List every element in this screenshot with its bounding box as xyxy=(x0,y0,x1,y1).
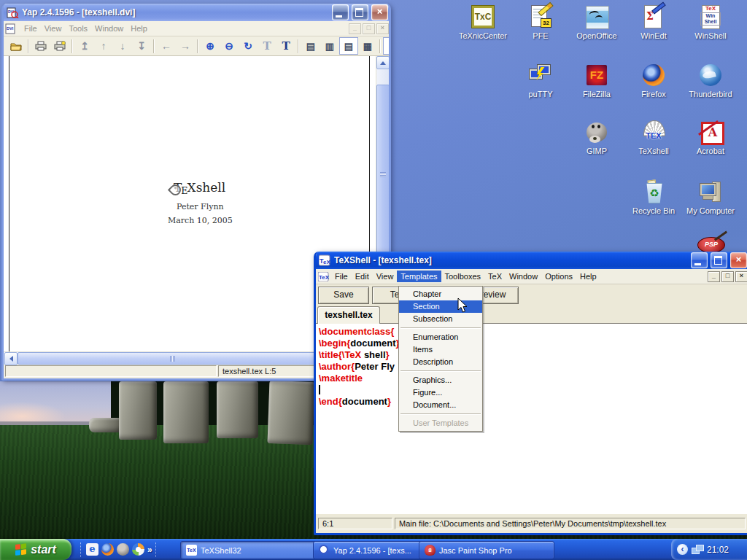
menu-templates[interactable]: Templates xyxy=(397,271,441,282)
desktop-icon-gimp[interactable]: GIMP xyxy=(568,120,626,155)
menu-file[interactable]: File xyxy=(331,271,352,282)
filezilla-icon: FZ xyxy=(584,63,609,88)
menu-item-description[interactable]: Description xyxy=(399,356,482,368)
network-status-icon[interactable] xyxy=(692,545,703,554)
texshell-close-button[interactable]: × xyxy=(730,252,747,268)
recycle-bin-icon: ♻ xyxy=(641,179,666,204)
desktop-icon-my-computer[interactable]: My Computer xyxy=(681,179,740,215)
yap-menu-tools[interactable]: Tools xyxy=(65,23,91,34)
vertical-scroll-thumb[interactable] xyxy=(376,85,389,260)
back-button[interactable]: ← xyxy=(157,37,176,55)
desktop-icon-pfe[interactable]: 32 PFE xyxy=(511,4,570,40)
zoom-in-button[interactable]: ⊕ xyxy=(201,37,220,55)
horizontal-scroll-thumb[interactable] xyxy=(18,352,322,365)
taskbar: start e » TeX TeXShell32 Yap 2.4.1596 - … xyxy=(0,539,747,560)
desktop-icon-winshell[interactable]: TeX Win Shell WinShell xyxy=(681,4,740,40)
texshell-titlebar[interactable]: T eX TeXShell - [texshell.tex] × xyxy=(314,252,747,269)
texshell-mdi-close-button[interactable]: × xyxy=(735,271,747,282)
internet-explorer-icon[interactable]: e xyxy=(86,543,98,556)
taskbar-button-paint-shop-pro[interactable]: 8 Jasc Paint Shop Pro xyxy=(419,541,554,559)
text-outline-mode-button[interactable]: T xyxy=(258,37,276,55)
desktop-icon-texniccenter[interactable]: TxC TeXnicCenter xyxy=(454,4,512,40)
menu-help[interactable]: Help xyxy=(576,271,600,282)
taskbar-button-texshell32[interactable]: TeX TeXShell32 xyxy=(180,541,322,559)
previous-page-button[interactable]: ↑ xyxy=(94,37,113,55)
desktop-icon-paint-shop-pro[interactable]: PSP xyxy=(697,237,725,253)
texshell-minimize-button[interactable] xyxy=(691,252,708,268)
continuous-view-button[interactable]: ▤ xyxy=(339,37,358,55)
continuous-double-view-button[interactable]: ▦ xyxy=(358,37,377,55)
gimp-quicklaunch-icon[interactable] xyxy=(117,543,129,556)
menu-item-subsection[interactable]: Subsection xyxy=(399,313,482,325)
yap-minimize-button[interactable] xyxy=(332,4,349,20)
open-file-button[interactable] xyxy=(7,37,26,55)
save-button[interactable]: Save xyxy=(318,287,369,304)
desktop-icon-recycle-bin[interactable]: ♻ Recycle Bin xyxy=(624,179,683,215)
cursor-position-status: 6:1 xyxy=(318,518,392,529)
texshell-maximize-button[interactable] xyxy=(711,252,727,268)
menu-options[interactable]: Options xyxy=(541,271,576,282)
start-button[interactable]: start xyxy=(0,539,71,560)
texshell-mdi-minimize-button[interactable]: _ xyxy=(708,271,720,282)
menu-item-items[interactable]: Items xyxy=(399,343,482,356)
menu-item-figure[interactable]: Figure... xyxy=(399,386,482,399)
taskbar-button-yap[interactable]: Yap 2.4.1596 - [texs... xyxy=(313,541,427,559)
firefox-quicklaunch-icon[interactable] xyxy=(101,543,114,556)
taskbar-clock[interactable]: 21:02 xyxy=(707,545,729,555)
yap-mdi-close-button[interactable]: × xyxy=(376,23,389,34)
quick-launch-handle[interactable] xyxy=(80,542,83,557)
desktop-icon-thunderbird[interactable]: Thunderbird xyxy=(681,63,740,98)
texshell-mdi-restore-button[interactable]: □ xyxy=(721,271,734,282)
scroll-up-button[interactable] xyxy=(376,56,389,69)
quick-launch-overflow-chevron[interactable]: » xyxy=(147,545,152,555)
menu-window[interactable]: Window xyxy=(506,271,541,282)
texshell-menu-icon: TeX xyxy=(318,272,329,281)
hide-icons-chevron[interactable]: ‹ xyxy=(677,544,688,555)
desktop-icon-acrobat[interactable]: A Acrobat xyxy=(681,120,740,155)
menu-edit[interactable]: Edit xyxy=(352,271,373,282)
stone-2 xyxy=(163,381,209,443)
menu-toolboxes[interactable]: Toolboxes xyxy=(441,271,485,282)
desktop-icon-filezilla[interactable]: FZ FileZilla xyxy=(568,63,626,98)
menu-item-chapter[interactable]: Chapter xyxy=(399,288,482,300)
desktop-icon-firefox[interactable]: Firefox xyxy=(624,63,683,98)
menu-item-graphics[interactable]: Graphics... xyxy=(399,374,482,386)
yap-mdi-restore-button[interactable]: □ xyxy=(363,23,375,34)
menu-tex[interactable]: TeX xyxy=(484,271,506,282)
scroll-left-button[interactable] xyxy=(4,352,18,365)
media-player-quicklaunch-icon[interactable] xyxy=(132,543,144,556)
single-page-view-button[interactable]: ▤ xyxy=(301,37,320,55)
desktop-icon-texshell[interactable]: TEX TeXshell xyxy=(624,120,683,155)
select-tool-button[interactable] xyxy=(383,37,391,55)
menu-view[interactable]: View xyxy=(373,271,398,282)
yap-menu-window[interactable]: Window xyxy=(91,23,127,34)
text-render-mode-button[interactable]: T xyxy=(276,37,295,55)
yap-close-button[interactable]: × xyxy=(371,4,388,20)
yap-titlebar[interactable]: DVI Yap 2.4.1596 - [texshell.dvi] × xyxy=(1,4,391,21)
desktop-icon-winedt[interactable]: Σ WinEdt xyxy=(624,4,683,40)
tab-texshell-tex[interactable]: texshell.tex xyxy=(317,306,380,324)
print-page-button[interactable] xyxy=(50,37,69,55)
code-editor[interactable]: \documentclass{ \begin{document} \title{… xyxy=(316,324,747,514)
last-page-button[interactable]: ↧ xyxy=(132,37,151,55)
menu-item-enumeration[interactable]: Enumeration xyxy=(399,331,482,343)
double-page-view-button[interactable]: ▥ xyxy=(320,37,339,55)
yap-menu-help[interactable]: Help xyxy=(127,23,151,34)
first-page-button[interactable]: ↥ xyxy=(75,37,94,55)
stone-3 xyxy=(217,381,258,438)
yap-menu-view[interactable]: View xyxy=(41,23,66,34)
yap-maximize-button[interactable] xyxy=(352,4,368,20)
yap-menu-file[interactable]: File xyxy=(20,23,41,34)
print-button[interactable] xyxy=(31,37,50,55)
code-line-2: \begin{document} xyxy=(319,338,747,349)
desktop-icon-putty[interactable]: puTTY xyxy=(511,63,570,98)
forward-button[interactable]: → xyxy=(176,37,195,55)
menu-item-document[interactable]: Document... xyxy=(399,399,482,411)
desktop-icon-openoffice[interactable]: OpenOffice xyxy=(568,4,626,40)
gimp-icon xyxy=(584,120,609,144)
zoom-out-button[interactable]: ⊖ xyxy=(220,37,239,55)
menu-item-section[interactable]: Section xyxy=(399,300,482,313)
yap-mdi-minimize-button[interactable]: _ xyxy=(349,23,361,34)
next-page-button[interactable]: ↓ xyxy=(113,37,132,55)
refresh-button[interactable]: ↻ xyxy=(239,37,258,55)
